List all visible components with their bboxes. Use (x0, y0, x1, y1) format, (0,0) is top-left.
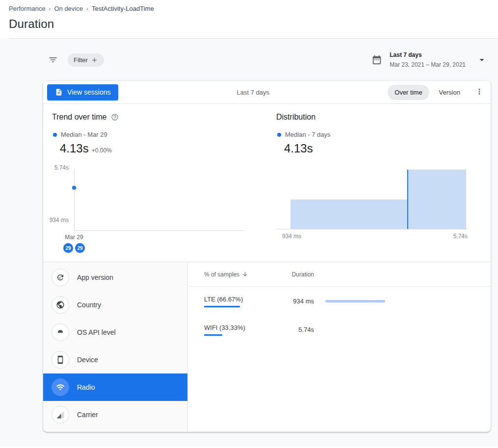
view-mode-tabs: Over time Version (388, 85, 485, 100)
card-period-label: Last 7 days (237, 89, 270, 96)
trend-x-tick-label: Mar 29 (59, 234, 89, 241)
legend-dot-icon (277, 133, 281, 137)
sidebar-item-os-api-level[interactable]: OS API level (43, 319, 187, 346)
trend-title-text: Trend over time (52, 113, 106, 122)
distribution-legend-label: Median - 7 days (285, 131, 331, 138)
samples-pct-bar (204, 334, 222, 336)
duration-card: View sessions Last 7 days Over time Vers… (43, 81, 491, 432)
samples-cell: LTE (66.67%) (204, 295, 278, 307)
kebab-icon (475, 87, 484, 96)
wifi-icon (52, 378, 69, 396)
column-header-duration[interactable]: Duration (278, 271, 314, 278)
distribution-title-text: Distribution (276, 113, 315, 122)
sidebar-item-app-version[interactable]: v App version (43, 264, 187, 291)
trend-section-title: Trend over time (52, 113, 119, 122)
globe-icon (52, 296, 69, 314)
breadcrumb-on-device[interactable]: On device (54, 5, 83, 12)
sidebar-item-label: Radio (77, 383, 95, 391)
view-sessions-button[interactable]: View sessions (47, 84, 118, 100)
filter-bar: Filter Last 7 days Mar 23, 2021 – Mar 29… (0, 39, 498, 81)
sidebar-item-label: App version (77, 274, 113, 281)
sidebar-item-radio[interactable]: Radio (43, 373, 187, 401)
table-row-lte: LTE (66.67%) 934 ms (188, 287, 491, 315)
view-sessions-label: View sessions (67, 88, 110, 96)
date-range-label: Last 7 days (390, 51, 466, 58)
histogram-bar-wifi (408, 170, 466, 229)
smartphone-icon (52, 351, 69, 369)
filter-chip-label: Filter (74, 56, 88, 64)
android-icon (52, 324, 69, 341)
page-content: Filter Last 7 days Mar 23, 2021 – Mar 29… (0, 39, 498, 447)
app-version-icon: v (52, 269, 69, 286)
trend-y-max-label: 5.74s (50, 164, 69, 171)
trend-y-min-label: 934 ms (46, 217, 69, 224)
card-header: View sessions Last 7 days Over time Vers… (43, 81, 491, 104)
legend-dot-icon (53, 133, 57, 137)
breakdown-sidebar: v App version Country OS API level (43, 262, 188, 431)
date-range-value: Mar 23, 2021 – Mar 29, 2021 (390, 61, 466, 68)
distribution-section-title: Distribution (276, 113, 315, 122)
breadcrumb-performance[interactable]: Performance (9, 5, 45, 12)
distribution-metric: 4.13s (284, 142, 313, 155)
distribution-median-value: 4.13s (284, 142, 313, 155)
document-icon (55, 88, 63, 96)
breadcrumb-separator: › (86, 5, 88, 12)
column-header-samples[interactable]: % of samples (204, 271, 278, 278)
date-range-texts: Last 7 days Mar 23, 2021 – Mar 29, 2021 (390, 51, 466, 68)
breadcrumb-current-trace: TestActivity-LoadTime (92, 5, 154, 12)
cellular-signal-icon (52, 406, 69, 423)
duration-cell: 5.74s (278, 326, 314, 333)
samples-pct-track (204, 306, 258, 307)
distribution-legend: Median - 7 days (277, 131, 331, 138)
trend-delta: +0.00% (92, 147, 112, 154)
radio-type-label: LTE (66.67%) (204, 296, 243, 303)
table-header: % of samples Duration (188, 262, 491, 287)
duration-cell: 934 ms (278, 298, 314, 305)
breakdown-section: v App version Country OS API level (43, 262, 491, 431)
radio-type-label: WIFI (33.33%) (204, 324, 245, 331)
range-start-handle[interactable]: 29 (63, 243, 73, 253)
samples-header-label: % of samples (204, 271, 239, 278)
histogram-median-line (407, 170, 408, 229)
sidebar-item-country[interactable]: Country (43, 291, 187, 319)
histogram-x-min-label: 934 ms (282, 233, 301, 240)
duration-distribution-bar (325, 300, 385, 302)
trend-legend: Median - Mar 29 (53, 131, 107, 138)
table-row-wifi: WIFI (33.33%) 5.74s (188, 315, 491, 344)
sidebar-item-device[interactable]: Device (43, 346, 187, 373)
date-range-picker[interactable]: Last 7 days Mar 23, 2021 – Mar 29, 2021 (371, 51, 487, 68)
breadcrumb-separator: › (49, 5, 51, 12)
trend-metric: 4.13s +0.00% (60, 142, 112, 155)
filter-list-icon (48, 55, 58, 65)
page-title: Duration (9, 17, 498, 31)
svg-text:v: v (59, 276, 61, 279)
samples-cell: WIFI (33.33%) (204, 323, 278, 336)
calendar-icon (371, 54, 382, 65)
overflow-menu-button[interactable] (474, 85, 485, 100)
help-icon[interactable] (111, 113, 119, 121)
sidebar-item-label: Device (77, 356, 98, 364)
add-icon (91, 56, 98, 64)
filter-list-button[interactable] (47, 54, 59, 66)
sort-descending-icon (242, 271, 248, 277)
trend-y-axis (74, 169, 75, 230)
tab-over-time[interactable]: Over time (388, 85, 429, 100)
range-end-handle[interactable]: 29 (75, 243, 85, 253)
sidebar-item-carrier[interactable]: Carrier (43, 401, 187, 428)
sidebar-item-label: Country (77, 301, 101, 309)
histogram-bar-lte (290, 199, 408, 229)
trend-median-value: 4.13s (60, 142, 89, 155)
samples-pct-track (204, 334, 258, 336)
histogram-x-axis (276, 229, 468, 229)
breadcrumb: Performance › On device › TestActivity-L… (9, 5, 498, 12)
top-bar: Performance › On device › TestActivity-L… (0, 0, 498, 39)
chevron-down-icon (476, 54, 487, 65)
trend-x-axis (74, 230, 244, 231)
histogram-x-max-label: 5.74s (446, 233, 468, 240)
breakdown-table: % of samples Duration LTE (66.67%) (188, 262, 491, 431)
sidebar-item-label: OS API level (77, 328, 116, 336)
sidebar-item-label: Carrier (77, 411, 98, 419)
tab-version[interactable]: Version (432, 85, 467, 100)
trend-data-point (72, 186, 76, 190)
add-filter-chip[interactable]: Filter (68, 53, 104, 67)
